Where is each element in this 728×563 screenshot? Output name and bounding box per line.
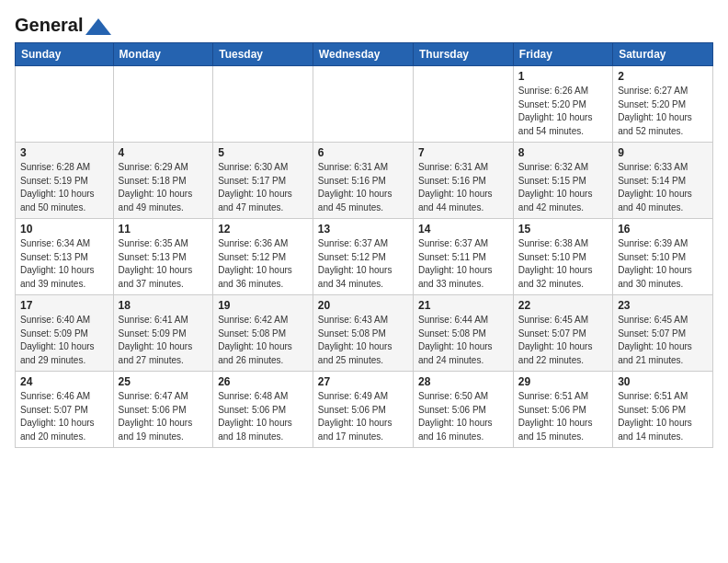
day-info: Sunrise: 6:45 AM Sunset: 5:07 PM Dayligh… [618,314,708,367]
day-info: Sunrise: 6:34 AM Sunset: 5:13 PM Dayligh… [20,237,108,291]
header: General [15,15,713,33]
calendar-cell: 20Sunrise: 6:43 AM Sunset: 5:08 PM Dayli… [313,295,413,372]
day-number: 9 [618,146,708,159]
day-number: 25 [119,375,209,388]
day-info: Sunrise: 6:39 AM Sunset: 5:10 PM Dayligh… [618,237,708,291]
day-info: Sunrise: 6:42 AM Sunset: 5:08 PM Dayligh… [218,314,308,367]
day-number: 14 [418,223,508,236]
day-number: 22 [518,299,608,312]
calendar-cell: 2Sunrise: 6:27 AM Sunset: 5:20 PM Daylig… [613,66,713,143]
logo-text: General [15,15,111,35]
day-number: 3 [20,146,108,159]
calendar-cell [213,66,313,143]
calendar-cell [113,66,213,143]
calendar-cell: 1Sunrise: 6:26 AM Sunset: 5:20 PM Daylig… [513,66,612,143]
calendar-cell: 21Sunrise: 6:44 AM Sunset: 5:08 PM Dayli… [414,295,514,372]
day-info: Sunrise: 6:44 AM Sunset: 5:08 PM Dayligh… [418,314,508,367]
day-number: 23 [618,299,708,312]
day-info: Sunrise: 6:27 AM Sunset: 5:20 PM Dayligh… [618,85,708,138]
day-number: 7 [418,146,508,159]
calendar-cell [414,66,514,143]
logo: General [15,15,111,33]
day-info: Sunrise: 6:41 AM Sunset: 5:09 PM Dayligh… [119,314,209,367]
day-number: 11 [119,223,209,236]
calendar-week-row: 24Sunrise: 6:46 AM Sunset: 5:07 PM Dayli… [16,372,713,448]
page-container: General SundayMondayTuesdayWednesdayThur… [0,0,728,457]
calendar-cell: 7Sunrise: 6:31 AM Sunset: 5:16 PM Daylig… [414,143,514,219]
calendar-cell: 13Sunrise: 6:37 AM Sunset: 5:12 PM Dayli… [313,219,413,295]
day-number: 8 [518,146,608,159]
day-info: Sunrise: 6:51 AM Sunset: 5:06 PM Dayligh… [518,390,608,443]
calendar-cell: 17Sunrise: 6:40 AM Sunset: 5:09 PM Dayli… [16,295,114,372]
day-number: 20 [318,299,408,312]
calendar-cell: 12Sunrise: 6:36 AM Sunset: 5:12 PM Dayli… [213,219,313,295]
day-info: Sunrise: 6:51 AM Sunset: 5:06 PM Dayligh… [618,390,708,443]
calendar-table: SundayMondayTuesdayWednesdayThursdayFrid… [15,42,713,448]
calendar-col-header: Thursday [414,43,514,66]
day-number: 28 [418,375,508,388]
calendar-cell: 9Sunrise: 6:33 AM Sunset: 5:14 PM Daylig… [613,143,713,219]
day-info: Sunrise: 6:31 AM Sunset: 5:16 PM Dayligh… [418,161,508,214]
day-number: 18 [119,299,209,312]
day-number: 19 [218,299,308,312]
day-info: Sunrise: 6:31 AM Sunset: 5:16 PM Dayligh… [318,161,408,214]
calendar-cell: 4Sunrise: 6:29 AM Sunset: 5:18 PM Daylig… [113,143,213,219]
svg-marker-0 [85,18,111,35]
calendar-col-header: Tuesday [213,43,313,66]
day-number: 17 [20,299,108,312]
day-info: Sunrise: 6:33 AM Sunset: 5:14 PM Dayligh… [618,161,708,214]
calendar-cell: 14Sunrise: 6:37 AM Sunset: 5:11 PM Dayli… [414,219,514,295]
day-number: 29 [518,375,608,388]
calendar-cell: 19Sunrise: 6:42 AM Sunset: 5:08 PM Dayli… [213,295,313,372]
calendar-cell: 22Sunrise: 6:45 AM Sunset: 5:07 PM Dayli… [513,295,612,372]
day-number: 10 [20,223,108,236]
calendar-cell: 25Sunrise: 6:47 AM Sunset: 5:06 PM Dayli… [113,372,213,448]
calendar-cell: 29Sunrise: 6:51 AM Sunset: 5:06 PM Dayli… [513,372,612,448]
calendar-col-header: Saturday [613,43,713,66]
calendar-week-row: 17Sunrise: 6:40 AM Sunset: 5:09 PM Dayli… [16,295,713,372]
calendar-cell: 24Sunrise: 6:46 AM Sunset: 5:07 PM Dayli… [16,372,114,448]
calendar-cell: 8Sunrise: 6:32 AM Sunset: 5:15 PM Daylig… [513,143,612,219]
day-number: 2 [618,70,708,83]
day-number: 4 [119,146,209,159]
calendar-cell [313,66,413,143]
calendar-cell: 6Sunrise: 6:31 AM Sunset: 5:16 PM Daylig… [313,143,413,219]
day-number: 21 [418,299,508,312]
calendar-cell: 27Sunrise: 6:49 AM Sunset: 5:06 PM Dayli… [313,372,413,448]
day-number: 24 [20,375,108,388]
calendar-col-header: Monday [113,43,213,66]
day-info: Sunrise: 6:26 AM Sunset: 5:20 PM Dayligh… [518,85,608,138]
day-info: Sunrise: 6:40 AM Sunset: 5:09 PM Dayligh… [20,314,108,367]
day-info: Sunrise: 6:49 AM Sunset: 5:06 PM Dayligh… [318,390,408,443]
day-info: Sunrise: 6:37 AM Sunset: 5:12 PM Dayligh… [318,237,408,291]
day-info: Sunrise: 6:46 AM Sunset: 5:07 PM Dayligh… [20,390,108,443]
day-info: Sunrise: 6:37 AM Sunset: 5:11 PM Dayligh… [418,237,508,291]
day-info: Sunrise: 6:29 AM Sunset: 5:18 PM Dayligh… [119,161,209,214]
day-number: 26 [218,375,308,388]
calendar-cell: 11Sunrise: 6:35 AM Sunset: 5:13 PM Dayli… [113,219,213,295]
day-info: Sunrise: 6:35 AM Sunset: 5:13 PM Dayligh… [119,237,209,291]
calendar-cell: 16Sunrise: 6:39 AM Sunset: 5:10 PM Dayli… [613,219,713,295]
day-number: 12 [218,223,308,236]
calendar-cell: 10Sunrise: 6:34 AM Sunset: 5:13 PM Dayli… [16,219,114,295]
day-number: 5 [218,146,308,159]
day-info: Sunrise: 6:36 AM Sunset: 5:12 PM Dayligh… [218,237,308,291]
day-number: 13 [318,223,408,236]
calendar-body: 1Sunrise: 6:26 AM Sunset: 5:20 PM Daylig… [16,66,713,448]
day-info: Sunrise: 6:32 AM Sunset: 5:15 PM Dayligh… [518,161,608,214]
day-number: 6 [318,146,408,159]
calendar-cell [16,66,114,143]
calendar-cell: 30Sunrise: 6:51 AM Sunset: 5:06 PM Dayli… [613,372,713,448]
calendar-week-row: 1Sunrise: 6:26 AM Sunset: 5:20 PM Daylig… [16,66,713,143]
day-number: 15 [518,223,608,236]
calendar-cell: 15Sunrise: 6:38 AM Sunset: 5:10 PM Dayli… [513,219,612,295]
calendar-cell: 5Sunrise: 6:30 AM Sunset: 5:17 PM Daylig… [213,143,313,219]
day-info: Sunrise: 6:45 AM Sunset: 5:07 PM Dayligh… [518,314,608,367]
day-info: Sunrise: 6:43 AM Sunset: 5:08 PM Dayligh… [318,314,408,367]
day-info: Sunrise: 6:48 AM Sunset: 5:06 PM Dayligh… [218,390,308,443]
day-number: 16 [618,223,708,236]
calendar-header-row: SundayMondayTuesdayWednesdayThursdayFrid… [16,43,713,66]
day-info: Sunrise: 6:50 AM Sunset: 5:06 PM Dayligh… [418,390,508,443]
day-number: 30 [618,375,708,388]
calendar-cell: 23Sunrise: 6:45 AM Sunset: 5:07 PM Dayli… [613,295,713,372]
